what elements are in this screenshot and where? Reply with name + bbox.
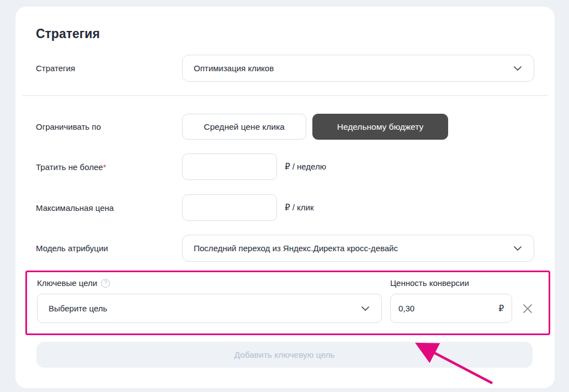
strategy-label: Стратегия: [36, 63, 182, 73]
attribution-select-value: Последний переход из Яндекс.Директа крос…: [194, 243, 398, 253]
key-goals-controls: Выберите цель ₽: [37, 294, 540, 323]
max-price-input[interactable]: [182, 194, 277, 221]
row-attribution: Модель атрибуции Последний переход из Ян…: [36, 235, 534, 262]
chevron-down-icon: [361, 306, 369, 311]
limit-by-weekly-budget-button[interactable]: Недельному бюджету: [312, 114, 448, 140]
spend-limit-label: Тратить не более*: [36, 162, 182, 172]
max-price-suffix: ₽ / клик: [285, 203, 313, 213]
row-strategy: Стратегия Оптимизация кликов: [36, 55, 534, 82]
spend-limit-suffix: ₽ / неделю: [285, 162, 326, 172]
goal-select-placeholder: Выберите цель: [49, 304, 107, 313]
key-goals-labels: Ключевые цели ? Ценность конверсии: [37, 278, 540, 288]
limit-by-label: Ограничивать по: [36, 122, 182, 131]
add-goal-button[interactable]: Добавить ключевую цель: [36, 342, 533, 368]
section-divider: [22, 95, 548, 96]
help-icon[interactable]: ?: [101, 279, 110, 288]
attribution-select[interactable]: Последний переход из Яндекс.Директа крос…: [182, 235, 534, 262]
chevron-down-icon: [514, 66, 522, 71]
strategy-select[interactable]: Оптимизация кликов: [182, 55, 534, 82]
annotation-highlight-box: Ключевые цели ? Ценность конверсии Выбер…: [25, 271, 550, 335]
limit-by-avg-cpc-button[interactable]: Средней цене клика: [182, 114, 306, 140]
attribution-label: Модель атрибуции: [36, 243, 182, 253]
chevron-down-icon: [514, 246, 522, 251]
remove-goal-icon[interactable]: [522, 303, 534, 315]
conversion-value-input[interactable]: [398, 304, 498, 313]
strategy-settings-card: Стратегия Стратегия Оптимизация кликов О…: [15, 7, 555, 388]
section-title: Стратегия: [36, 27, 100, 41]
row-spend-limit: Тратить не более* ₽ / неделю: [36, 153, 534, 180]
key-goals-label: Ключевые цели ?: [37, 278, 390, 288]
spend-limit-input[interactable]: [182, 153, 277, 180]
conversion-value-label: Ценность конверсии: [390, 278, 469, 288]
conversion-value-field[interactable]: ₽: [390, 294, 512, 323]
currency-suffix: ₽: [498, 304, 504, 314]
goal-select[interactable]: Выберите цель: [37, 294, 382, 323]
required-asterisk: *: [103, 162, 107, 172]
row-limit-by: Ограничивать по Средней цене клика Недел…: [36, 114, 534, 140]
strategy-select-value: Оптимизация кликов: [194, 63, 274, 73]
max-price-label: Максимальная цена: [36, 203, 182, 213]
row-max-price: Максимальная цена ₽ / клик: [36, 194, 534, 221]
